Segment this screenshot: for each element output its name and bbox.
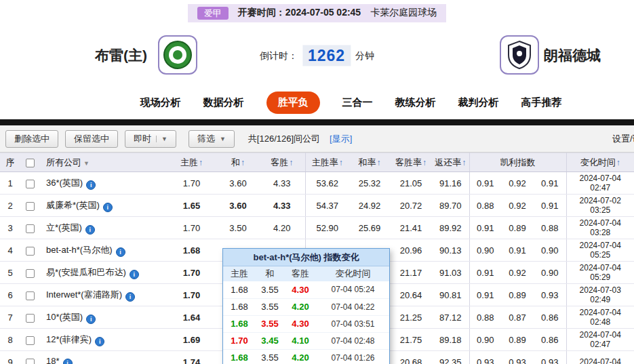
row-checkbox-cell: [20, 284, 39, 306]
kelly-home: 0.88: [469, 195, 501, 217]
league-badge: 爱甲: [197, 7, 229, 20]
header-home-odds[interactable]: 主胜↑: [166, 153, 217, 172]
tab-coach-analysis[interactable]: 教练分析: [395, 96, 436, 109]
tab-expert-picks[interactable]: 高手推荐: [521, 96, 562, 109]
popup-table: 主胜 和 客胜 变化时间 1.68 3.55 4.30 07-04 05:24 …: [223, 266, 389, 364]
filter-caret-icon[interactable]: ▼: [83, 160, 90, 167]
company-info-icon[interactable]: i: [95, 337, 104, 346]
kelly-home: 0.88: [469, 306, 501, 329]
table-row[interactable]: 3 立*(英国)i 1.70 3.50 4.20 52.90 25.69 21.…: [0, 217, 634, 239]
company-name[interactable]: 威廉希*(英国): [46, 200, 100, 210]
row-checkbox-cell: [20, 262, 39, 284]
header-seq: 序: [0, 153, 20, 172]
row-checkbox[interactable]: [26, 314, 35, 323]
row-checkbox[interactable]: [26, 359, 35, 364]
popup-away-odds: 4.20: [284, 298, 317, 315]
company-info-icon[interactable]: i: [86, 180, 96, 190]
kelly-draw: 0.89: [501, 217, 534, 239]
company-info-icon[interactable]: i: [63, 359, 73, 364]
live-odds-dropdown[interactable]: 即时 ▼: [125, 130, 176, 148]
table-row[interactable]: 2 威廉希*(英国)i 1.65 3.60 4.33 54.37 24.92 2…: [0, 195, 634, 217]
return-rate: 90.13: [432, 239, 469, 262]
header-away-rate[interactable]: 客胜率↑: [390, 153, 432, 172]
change-time: 2024-07-0402:47: [566, 329, 634, 351]
company-info-icon[interactable]: i: [116, 247, 125, 257]
tab-live-analysis[interactable]: 现场分析: [140, 96, 181, 109]
header-away-odds[interactable]: 客胜↑: [259, 153, 305, 172]
home-rate: 54.37: [305, 195, 349, 217]
company-info-icon[interactable]: i: [103, 203, 113, 212]
kelly-home: 0.91: [469, 284, 501, 306]
company-info-icon[interactable]: i: [130, 270, 139, 279]
countdown-label: 倒计时：: [260, 49, 298, 62]
company-cell: 36*(英国)i: [39, 172, 166, 195]
popup-home-odds: 1.68: [223, 349, 256, 364]
settings-link[interactable]: 设置/说明: [612, 133, 634, 145]
sort-asc-icon: ↑: [199, 158, 203, 167]
kelly-home: 0.90: [469, 329, 501, 351]
popup-header-home: 主胜: [223, 266, 256, 281]
home-team-name: 布雷(主): [95, 46, 147, 65]
company-name[interactable]: 12*(菲律宾): [46, 334, 92, 344]
row-checkbox[interactable]: [26, 180, 35, 188]
company-name[interactable]: 36*(英国): [46, 178, 83, 188]
draw-rate: 25.69: [349, 217, 390, 239]
company-cell: 18*i: [39, 351, 166, 364]
header-draw-rate[interactable]: 和率↑: [349, 153, 390, 172]
tab-three-in-one[interactable]: 三合一: [342, 96, 373, 109]
tab-win-draw-lose[interactable]: 胜平负: [266, 92, 320, 114]
match-info-banner: 爱甲 开赛时间：2024-07-05 02:45 卡莱尔庭园球场: [0, 0, 634, 26]
row-checkbox[interactable]: [26, 269, 35, 278]
home-odds: 1.64: [166, 306, 217, 329]
popup-away-odds: 4.10: [284, 332, 317, 349]
row-checkbox-cell: [20, 329, 39, 351]
kelly-away: 0.91: [534, 195, 566, 217]
header-draw-odds[interactable]: 和↑: [217, 153, 259, 172]
keep-selected-button[interactable]: 保留选中: [65, 130, 118, 148]
company-cell: 10*(英国)i: [39, 306, 166, 329]
row-checkbox[interactable]: [26, 247, 35, 256]
company-info-icon[interactable]: i: [85, 225, 95, 235]
away-rate: 21.75: [390, 329, 432, 351]
row-checkbox[interactable]: [26, 224, 35, 233]
sort-asc-icon: ↑: [339, 158, 343, 167]
row-checkbox[interactable]: [26, 291, 35, 300]
popup-header-row: 主胜 和 客胜 变化时间: [223, 266, 389, 281]
kelly-draw: 0.89: [501, 329, 534, 351]
table-row[interactable]: 1 36*(英国)i 1.70 3.60 4.33 53.62 25.32 21…: [0, 172, 634, 195]
kelly-draw: 0.93: [501, 351, 534, 364]
company-name[interactable]: 易*(安提瓜和巴布达): [46, 267, 126, 277]
venue-name: 卡莱尔庭园球场: [370, 7, 437, 19]
popup-draw-odds: 3.55: [256, 298, 284, 315]
header-return-rate[interactable]: 返还率↑: [432, 153, 469, 172]
banner-strip: 爱甲 开赛时间：2024-07-05 02:45 卡莱尔庭园球场: [188, 4, 446, 22]
filter-dropdown[interactable]: 筛选 ▼: [189, 130, 235, 148]
company-name[interactable]: 18*: [46, 356, 60, 364]
tab-data-analysis[interactable]: 数据分析: [203, 96, 244, 109]
header-company[interactable]: 所有公司▼: [39, 153, 166, 172]
company-name[interactable]: bet-at-h*(马尔他): [46, 245, 113, 255]
header-kelly[interactable]: 凯利指数: [469, 153, 566, 172]
company-info-icon[interactable]: i: [125, 292, 135, 302]
company-name[interactable]: 立*(英国): [46, 222, 82, 232]
row-checkbox[interactable]: [26, 336, 35, 345]
away-rate: 21.17: [390, 262, 432, 284]
select-all-checkbox[interactable]: [26, 159, 35, 167]
popup-draw-odds: 3.55: [256, 315, 284, 332]
tab-referee-analysis[interactable]: 裁判分析: [458, 96, 499, 109]
company-info-icon[interactable]: i: [86, 315, 96, 324]
kelly-home: 0.91: [469, 172, 501, 195]
row-seq: 3: [0, 217, 20, 239]
company-cell: Interwet*(塞浦路斯)i: [39, 284, 166, 306]
header-change-time[interactable]: 变化时间↑: [566, 153, 634, 172]
filter-label: 筛选: [197, 133, 215, 145]
header-checkbox-cell: [20, 153, 39, 172]
header-home-rate[interactable]: 主胜率↑: [305, 153, 349, 172]
company-name[interactable]: Interwet*(塞浦路斯): [46, 289, 122, 300]
home-odds: 1.74: [166, 351, 217, 364]
row-checkbox[interactable]: [26, 202, 35, 211]
show-link[interactable]: [显示]: [330, 133, 352, 145]
company-name[interactable]: 10*(英国): [46, 312, 83, 322]
return-rate: 92.35: [432, 351, 469, 364]
delete-selected-button[interactable]: 删除选中: [5, 130, 58, 148]
